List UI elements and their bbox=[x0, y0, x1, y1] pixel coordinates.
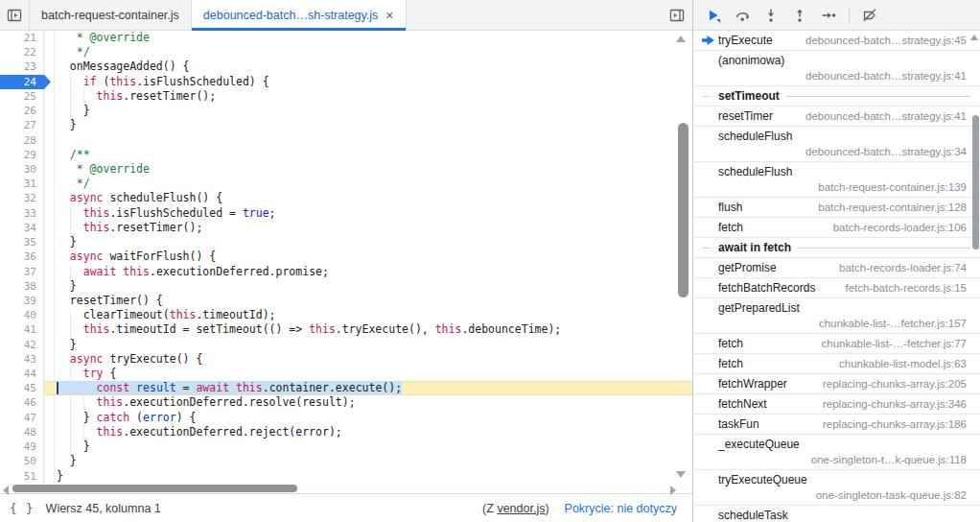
code-line-32[interactable]: 32 async scheduleFlush() { bbox=[0, 191, 692, 205]
code-line-35[interactable]: 35 } bbox=[0, 235, 692, 249]
call-stack-frame-resetTimer[interactable]: resetTimerdebounced-batch…strategy.js:41 bbox=[693, 107, 980, 127]
code-line-25[interactable]: 25 this.resetTimer(); bbox=[0, 89, 692, 104]
code-line-38[interactable]: 38 } bbox=[0, 279, 692, 294]
line-number-33[interactable]: 33 bbox=[0, 206, 44, 221]
call-stack-frame-fetch[interactable]: fetchbatch-records-loader.js:106 bbox=[693, 218, 980, 238]
resume-script-button[interactable] bbox=[703, 5, 724, 26]
deactivate-breakpoints-button[interactable] bbox=[859, 5, 880, 26]
code-text[interactable]: */ bbox=[44, 45, 692, 59]
line-number-30[interactable]: 30 bbox=[0, 162, 44, 177]
code-text[interactable]: * @override bbox=[44, 162, 692, 177]
code-line-28[interactable]: 28 bbox=[0, 133, 692, 148]
editor-horizontal-scrollbar[interactable] bbox=[0, 484, 692, 493]
line-number-31[interactable]: 31 bbox=[0, 177, 44, 191]
line-number-37[interactable]: 37 bbox=[0, 265, 44, 279]
code-text[interactable]: this.executionDeferred.reject(error); bbox=[44, 425, 692, 439]
scroll-left-arrow[interactable] bbox=[3, 486, 9, 495]
coverage-link[interactable]: Pokrycie: nie dotyczy bbox=[565, 502, 677, 515]
step-into-button[interactable] bbox=[760, 5, 782, 26]
line-number-40[interactable]: 40 bbox=[0, 308, 44, 322]
tab-batch-request-container[interactable]: batch-request-container.js bbox=[30, 0, 192, 30]
line-number-36[interactable]: 36 bbox=[0, 249, 44, 264]
call-stack-frame-scheduleFlush[interactable]: scheduleFlushbatch-request-container.js:… bbox=[693, 162, 980, 198]
scroll-right-arrow[interactable] bbox=[670, 486, 676, 495]
code-text[interactable]: this.isFlushScheduled = true; bbox=[44, 206, 692, 221]
code-text[interactable]: this.resetTimer(); bbox=[44, 221, 692, 235]
code-line-43[interactable]: 43 async tryExecute() { bbox=[0, 352, 692, 367]
line-number-49[interactable]: 49 bbox=[0, 439, 44, 454]
code-text[interactable]: await this.executionDeferred.promise; bbox=[44, 265, 692, 279]
code-text[interactable]: } bbox=[44, 454, 692, 468]
line-number-29[interactable]: 29 bbox=[0, 148, 44, 162]
code-text[interactable]: this.executionDeferred.resolve(result); bbox=[44, 395, 692, 410]
call-stack-frame-tryExecute[interactable]: tryExecutedebounced-batch…strategy.js:45 bbox=[693, 31, 980, 51]
code-text[interactable]: */ bbox=[44, 177, 692, 191]
pretty-print-icon[interactable]: { } bbox=[10, 501, 35, 515]
call-stack-frame-fetch[interactable]: fetchchunkable-list-…-fetcher.js:77 bbox=[693, 334, 980, 354]
line-number-39[interactable]: 39 bbox=[0, 294, 44, 308]
line-number-43[interactable]: 43 bbox=[0, 352, 44, 367]
code-line-39[interactable]: 39 resetTimer() { bbox=[0, 294, 692, 308]
call-stack-frame-tryExecuteQueue[interactable]: tryExecuteQueueone-singleton-task-queue.… bbox=[693, 470, 980, 506]
line-number-47[interactable]: 47 bbox=[0, 411, 44, 425]
tab-debounced-batch-strategy[interactable]: debounced-batch…sh-strategy.js × bbox=[192, 0, 407, 30]
code-text[interactable]: } bbox=[44, 439, 692, 454]
code-line-23[interactable]: 23 onMessageAdded() { bbox=[0, 59, 692, 74]
code-text[interactable]: this.timeoutId = setTimeout(() => this.t… bbox=[44, 322, 692, 337]
line-number-27[interactable]: 27 bbox=[0, 118, 44, 132]
code-text[interactable]: async scheduleFlush() { bbox=[44, 191, 692, 205]
line-number-51[interactable]: 51 bbox=[0, 469, 44, 484]
code-text[interactable]: } bbox=[44, 279, 692, 294]
code-line-22[interactable]: 22 */ bbox=[0, 45, 692, 59]
line-number-35[interactable]: 35 bbox=[0, 235, 44, 249]
call-stack-frame-getPromise[interactable]: getPromisebatch-records-loader.js:74 bbox=[693, 258, 980, 278]
code-line-31[interactable]: 31 */ bbox=[0, 177, 692, 191]
code-text[interactable]: } bbox=[44, 338, 692, 352]
code-text[interactable]: } bbox=[44, 104, 692, 118]
code-line-27[interactable]: 27 } bbox=[0, 118, 692, 132]
stack-scrollbar-thumb[interactable] bbox=[972, 115, 979, 249]
line-number-26[interactable]: 26 bbox=[0, 104, 44, 118]
line-number-48[interactable]: 48 bbox=[0, 425, 44, 439]
code-text[interactable]: } bbox=[44, 469, 692, 484]
code-line-51[interactable]: 51} bbox=[0, 469, 692, 484]
code-line-41[interactable]: 41 this.timeoutId = setTimeout(() => thi… bbox=[0, 322, 692, 337]
code-line-36[interactable]: 36 async waitForFlush() { bbox=[0, 249, 692, 264]
call-stack-frame-flush[interactable]: flushbatch-request-container.js:128 bbox=[693, 198, 980, 218]
line-number-42[interactable]: 42 bbox=[0, 338, 44, 352]
code-text[interactable] bbox=[44, 133, 692, 148]
code-text[interactable]: this.resetTimer(); bbox=[44, 89, 692, 104]
editor-horizontal-scrollbar-thumb[interactable] bbox=[12, 485, 297, 492]
code-text[interactable]: * @override bbox=[44, 31, 692, 45]
code-text[interactable]: async tryExecute() { bbox=[44, 352, 692, 367]
line-number-23[interactable]: 23 bbox=[0, 59, 44, 74]
code-line-42[interactable]: 42 } bbox=[0, 338, 692, 352]
code-text[interactable]: const result = await this.container.exec… bbox=[44, 381, 692, 395]
code-line-33[interactable]: 33 this.isFlushScheduled = true; bbox=[0, 206, 692, 221]
code-line-37[interactable]: 37 await this.executionDeferred.promise; bbox=[0, 265, 692, 279]
code-text[interactable]: clearTimeout(this.timeoutId); bbox=[44, 308, 692, 322]
toggle-debugger-sidebar-button[interactable] bbox=[666, 5, 688, 26]
code-line-26[interactable]: 26 } bbox=[0, 104, 692, 118]
call-stack-frame-scheduleFlush[interactable]: scheduleFlushdebounced-batch…strategy.js… bbox=[693, 127, 980, 162]
line-number-21[interactable]: 21 bbox=[0, 31, 44, 45]
line-number-46[interactable]: 46 bbox=[0, 395, 44, 410]
code-line-40[interactable]: 40 clearTimeout(this.timeoutId); bbox=[0, 308, 692, 322]
code-text[interactable]: } bbox=[44, 235, 692, 249]
code-line-50[interactable]: 50 } bbox=[0, 454, 692, 468]
line-number-24[interactable]: 24 bbox=[0, 75, 44, 89]
code-line-21[interactable]: 21 * @override bbox=[0, 31, 692, 45]
code-text[interactable]: resetTimer() { bbox=[44, 294, 692, 308]
code-line-49[interactable]: 49 } bbox=[0, 439, 692, 454]
code-line-48[interactable]: 48 this.executionDeferred.reject(error); bbox=[0, 425, 692, 439]
code-text[interactable]: } bbox=[44, 118, 692, 132]
call-stack-frame-getPreparedList[interactable]: getPreparedListchunkable-list-…fetcher.j… bbox=[693, 298, 980, 334]
line-number-34[interactable]: 34 bbox=[0, 221, 44, 235]
stack-scroll-up-arrow[interactable] bbox=[970, 35, 978, 40]
step-button[interactable] bbox=[818, 5, 839, 26]
call-stack-frame-scheduleTask[interactable]: scheduleTask bbox=[693, 506, 980, 522]
source-map-link[interactable]: vendor.js bbox=[497, 502, 545, 515]
code-text[interactable]: if (this.isFlushScheduled) { bbox=[44, 75, 692, 89]
code-text[interactable]: try { bbox=[44, 367, 692, 381]
step-over-button[interactable] bbox=[732, 5, 753, 26]
